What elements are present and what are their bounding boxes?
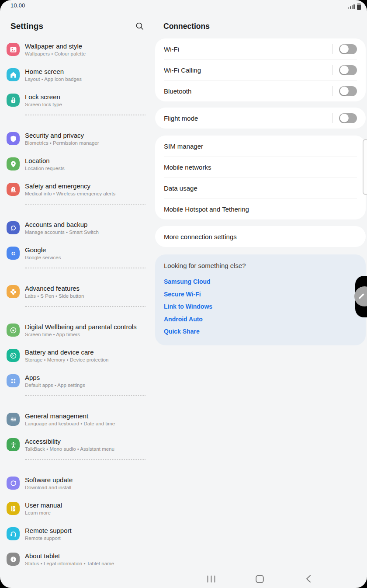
advanced-features-icon (7, 285, 20, 298)
wifi-card: Wi-Fi Wi-Fi Calling Bluetooth (155, 38, 366, 101)
wellbeing-heart-icon (7, 324, 20, 337)
sidebar-item-title: Location (25, 157, 65, 164)
sidebar-item-title: Apps (25, 374, 85, 381)
sidebar-item-battery-and-device-care[interactable]: Battery and device careStorage • Memory … (0, 344, 152, 366)
battery-icon (357, 3, 361, 10)
row-mobile-hotspot[interactable]: Mobile Hotspot and Tethering (155, 198, 366, 219)
sidebar-item-title: Accounts and backup (25, 221, 99, 228)
sidebar-item-google[interactable]: G GoogleGoogle services (0, 242, 152, 264)
back-chevron-icon[interactable] (300, 571, 317, 587)
sidebar-header: Settings (0, 11, 155, 38)
link-secure-wifi[interactable]: Secure Wi-Fi (164, 288, 201, 301)
software-update-icon (7, 477, 20, 490)
sidebar-item-digital-wellbeing[interactable]: Digital Wellbeing and parental controlsS… (0, 319, 152, 341)
sidebar-item-accounts-and-backup[interactable]: Accounts and backupManage accounts • Sma… (0, 217, 152, 239)
sidebar-item-accessibility[interactable]: AccessibilityTalkBack • Mono audio • Ass… (0, 434, 152, 456)
sidebar-divider (25, 268, 145, 268)
wifi-toggle[interactable] (339, 44, 357, 54)
suggestions-card: Looking for something else? Samsung Clou… (155, 254, 366, 345)
sidebar-item-advanced-features[interactable]: Advanced featuresLabs • S Pen • Side but… (0, 281, 152, 303)
row-divider (332, 113, 333, 123)
sidebar-item-general-management[interactable]: General managementLanguage and keyboard … (0, 408, 152, 430)
link-samsung-cloud[interactable]: Samsung Cloud (164, 275, 211, 288)
row-flight-mode[interactable]: Flight mode (155, 108, 366, 129)
shield-icon (7, 132, 20, 145)
google-g-icon: G (7, 247, 20, 260)
row-data-usage[interactable]: Data usage (155, 177, 366, 198)
sidebar-item-subtitle: Status • Legal information • Tablet name (25, 561, 114, 567)
sidebar-item-subtitle: Manage accounts • Smart Switch (25, 230, 99, 235)
row-mobile-networks[interactable]: Mobile networks (155, 157, 366, 177)
edge-scrollbar-handle[interactable] (363, 139, 367, 195)
sidebar-item-remote-support[interactable]: Remote supportRemote support (0, 523, 152, 545)
sidebar-item-subtitle: Language and keyboard • Date and time (25, 421, 115, 427)
sidebar-item-home-screen[interactable]: Home screenLayout • App icon badges (0, 64, 152, 86)
sidebar-item-title: Security and privacy (25, 132, 99, 139)
sidebar-item-subtitle: Screen time • App timers (25, 332, 137, 337)
sidebar-item-subtitle: Screen lock type (25, 102, 62, 108)
svg-text:?: ? (13, 507, 15, 511)
sidebar-item-title: Safety and emergency (25, 182, 115, 190)
connections-panel: Connections Wi-Fi Wi-Fi Calling Bluetoot… (155, 11, 367, 570)
sidebar-item-lock-screen[interactable]: Lock screenScreen lock type (0, 89, 152, 111)
row-label: SIM manager (164, 143, 357, 150)
link-quick-share[interactable]: Quick Share (164, 325, 200, 338)
row-label: More connection settings (164, 233, 357, 240)
search-icon[interactable] (134, 21, 145, 32)
row-label: Bluetooth (164, 87, 332, 95)
sidebar-item-title: About tablet (25, 552, 114, 560)
sidebar-item-title: User manual (25, 501, 62, 509)
sidebar-item-subtitle: Labs • S Pen • Side button (25, 293, 84, 299)
sidebar-divider (25, 204, 145, 205)
content-area: Settings Wallpaper and styleWallpapers •… (0, 11, 367, 570)
location-pin-icon (7, 157, 20, 170)
sidebar-item-subtitle: Remote support (25, 536, 72, 541)
sidebar-divider (25, 459, 145, 460)
row-sim-manager[interactable]: SIM manager (155, 136, 366, 157)
emergency-siren-icon (7, 183, 20, 196)
row-label: Mobile Hotspot and Tethering (164, 205, 357, 213)
pen-floating-button[interactable] (355, 276, 367, 317)
sidebar-list: Wallpaper and styleWallpapers • Colour p… (0, 38, 155, 570)
sidebar-item-subtitle: Layout • App icon badges (25, 77, 82, 82)
flight-mode-toggle[interactable] (339, 113, 357, 123)
sidebar-item-subtitle: Medical info • Wireless emergency alerts (25, 191, 115, 197)
apps-grid-icon (7, 374, 20, 387)
row-wifi-calling[interactable]: Wi-Fi Calling (155, 59, 366, 80)
row-bluetooth[interactable]: Bluetooth (155, 80, 366, 101)
sidebar-item-title: Wallpaper and style (25, 42, 86, 50)
wifi-calling-toggle[interactable] (339, 65, 357, 75)
sidebar-divider (25, 395, 145, 396)
suggestions-header: Looking for something else? (164, 261, 357, 271)
network-card: SIM manager Mobile networks Data usage M… (155, 136, 366, 219)
sidebar-item-subtitle: Location requests (25, 166, 65, 171)
sidebar-item-subtitle: TalkBack • Mono audio • Assistant menu (25, 446, 114, 452)
sidebar-item-title: Lock screen (25, 93, 62, 101)
row-label: Flight mode (164, 115, 332, 122)
sidebar-item-about-tablet[interactable]: About tabletStatus • Legal information •… (0, 548, 152, 570)
settings-app: 10.00 Settings Wallpaper and styleWallpa… (0, 0, 367, 588)
sidebar-item-subtitle: Storage • Memory • Device protection (25, 357, 109, 363)
sidebar-item-apps[interactable]: AppsDefault apps • App settings (0, 370, 152, 392)
row-wifi[interactable]: Wi-Fi (155, 38, 366, 59)
sidebar-item-location[interactable]: LocationLocation requests (0, 153, 152, 175)
recents-icon[interactable] (202, 571, 220, 587)
sidebar-item-software-update[interactable]: Software updateDownload and install (0, 472, 152, 494)
bluetooth-toggle[interactable] (339, 86, 357, 96)
clock: 10.00 (10, 2, 25, 9)
row-more-connection-settings[interactable]: More connection settings (155, 226, 366, 247)
sidebar-item-title: Accessibility (25, 438, 114, 445)
link-android-auto[interactable]: Android Auto (164, 313, 203, 326)
lock-icon (7, 94, 20, 107)
pen-edit-icon (354, 286, 367, 306)
sidebar-item-user-manual[interactable]: ? User manualLearn more (0, 498, 152, 519)
row-label: Wi-Fi (164, 45, 332, 53)
sidebar-item-wallpaper-and-style[interactable]: Wallpaper and styleWallpapers • Colour p… (0, 38, 152, 60)
sliders-icon (7, 413, 20, 426)
sidebar-item-security-and-privacy[interactable]: Security and privacyBiometrics • Permiss… (0, 128, 152, 150)
sidebar-item-safety-and-emergency[interactable]: Safety and emergencyMedical info • Wirel… (0, 178, 152, 200)
sidebar-item-title: Software update (25, 476, 73, 484)
navigation-bar (0, 570, 367, 588)
home-nav-icon[interactable] (251, 571, 268, 587)
link-link-to-windows[interactable]: Link to Windows (164, 300, 212, 313)
